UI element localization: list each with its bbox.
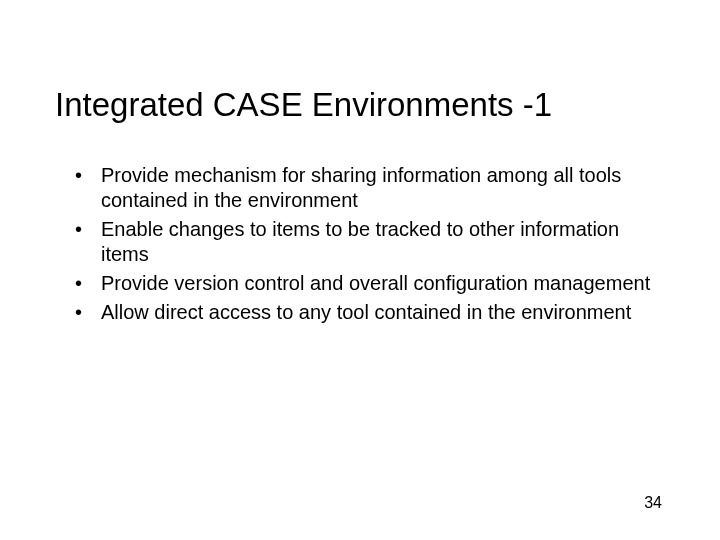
page-number: 34 — [644, 494, 662, 512]
slide-title: Integrated CASE Environments -1 — [55, 85, 665, 125]
list-item: Enable changes to items to be tracked to… — [83, 217, 665, 267]
list-item: Provide version control and overall conf… — [83, 271, 665, 296]
list-item: Provide mechanism for sharing informatio… — [83, 163, 665, 213]
bullet-list: Provide mechanism for sharing informatio… — [55, 163, 665, 325]
slide: Integrated CASE Environments -1 Provide … — [0, 0, 720, 540]
list-item: Allow direct access to any tool containe… — [83, 300, 665, 325]
